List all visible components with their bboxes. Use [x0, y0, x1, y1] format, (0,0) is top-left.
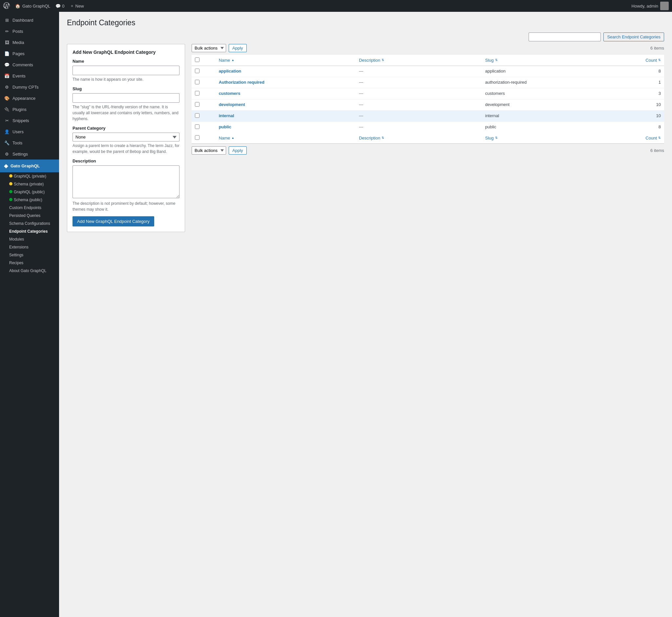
- category-name-link[interactable]: application: [219, 68, 241, 73]
- dot-yellow-icon: [9, 174, 12, 178]
- page-title: Endpoint Categories: [67, 18, 664, 27]
- select-all-checkbox-bottom[interactable]: [195, 135, 200, 140]
- sidebar-subitem-persisted-queries[interactable]: Persisted Queries: [0, 212, 59, 220]
- row-description-cell: —: [356, 122, 482, 133]
- bulk-actions-select[interactable]: Bulk actions: [192, 44, 226, 52]
- apply-button-bottom[interactable]: Apply: [229, 146, 247, 155]
- new-content-button[interactable]: ＋ New: [70, 3, 84, 9]
- row-count-cell: 3: [608, 88, 664, 99]
- row-checkbox[interactable]: [195, 125, 200, 129]
- sidebar-item-events[interactable]: 📅 Events: [0, 70, 59, 81]
- sidebar-item-dummy-cpts[interactable]: ⚙ Dummy CPTs: [0, 81, 59, 92]
- footer-sort-name-link[interactable]: Name ▲: [219, 136, 235, 141]
- row-name-cell: internal: [216, 111, 356, 122]
- count-value: 3: [659, 91, 661, 96]
- slug-value: development: [485, 102, 509, 107]
- sidebar-subitem-custom-endpoints[interactable]: Custom Endpoints: [0, 204, 59, 212]
- row-checkbox[interactable]: [195, 80, 200, 84]
- apply-button-top[interactable]: Apply: [229, 44, 247, 52]
- add-new-panel: Add New GraphQL Endpoint Category Name T…: [67, 44, 185, 232]
- sort-count-arrows: ⇅: [658, 59, 661, 62]
- sidebar-subitem-graphiql-private[interactable]: GraphiQL (private): [0, 172, 59, 180]
- footer-sort-description-link[interactable]: Description ⇅: [359, 136, 384, 141]
- sort-name-link[interactable]: Name ▲: [219, 58, 235, 63]
- site-name[interactable]: 🏠 Gato GraphQL: [15, 4, 50, 9]
- sidebar-subitem-graphiql-public[interactable]: GraphiQL (public): [0, 188, 59, 196]
- sidebar-item-dashboard[interactable]: ⊞ Dashboard: [0, 14, 59, 26]
- row-slug-cell: public: [482, 122, 608, 133]
- category-name-link[interactable]: internal: [219, 113, 234, 118]
- items-count-bottom: 6 items: [650, 148, 664, 153]
- sidebar-item-tools[interactable]: 🔧 Tools: [0, 137, 59, 148]
- comments-link[interactable]: 💬 0: [55, 4, 64, 9]
- search-input[interactable]: [528, 32, 601, 41]
- footer-sort-slug-link[interactable]: Slug ⇅: [485, 136, 498, 141]
- table-header-row: Name ▲ Description ⇅: [192, 55, 664, 66]
- row-checkbox[interactable]: [195, 113, 200, 118]
- sidebar-item-pages[interactable]: 📄 Pages: [0, 48, 59, 59]
- sidebar-subitem-schema-public[interactable]: Schema (public): [0, 196, 59, 204]
- name-input[interactable]: [72, 66, 180, 75]
- search-button[interactable]: Search Endpoint Categories: [604, 32, 664, 41]
- footer-slug: Slug ⇅: [482, 133, 608, 144]
- table-row: Authorization required — authorization-r…: [192, 77, 664, 88]
- add-new-submit-button[interactable]: Add New GraphQL Endpoint Category: [72, 216, 154, 226]
- sidebar-subitem-recipes[interactable]: Recipes: [0, 259, 59, 267]
- sidebar-item-appearance[interactable]: 🎨 Appearance: [0, 92, 59, 104]
- table-row: development — development 10: [192, 99, 664, 111]
- sort-count-link[interactable]: Count ⇅: [645, 58, 661, 63]
- row-checkbox[interactable]: [195, 102, 200, 107]
- header-checkbox-cell: [192, 55, 216, 66]
- sidebar-item-plugins[interactable]: 🔌 Plugins: [0, 104, 59, 115]
- bottom-bulk-left: Bulk actions Apply: [192, 146, 247, 155]
- sidebar-subitem-schema-private[interactable]: Schema (private): [0, 180, 59, 188]
- topbar: 🏠 Gato GraphQL 💬 0 ＋ New Howdy, admin: [0, 0, 672, 12]
- dot-green-2-icon: [9, 198, 12, 201]
- footer-sort-count-link[interactable]: Count ⇅: [645, 136, 661, 141]
- bulk-actions-select-bottom[interactable]: Bulk actions: [192, 146, 226, 155]
- slug-input[interactable]: [72, 93, 180, 103]
- main-content: Endpoint Categories Search Endpoint Cate…: [59, 12, 672, 617]
- avatar: [660, 2, 669, 10]
- category-name-link[interactable]: Authorization required: [219, 80, 264, 85]
- slug-value: authorization-required: [485, 80, 527, 85]
- description-textarea[interactable]: [72, 165, 180, 198]
- sidebar-subitem-settings-gato[interactable]: Settings: [0, 251, 59, 259]
- slug-help: The "slug" is the URL-friendly version o…: [72, 104, 180, 122]
- sidebar-subitem-endpoint-categories[interactable]: Endpoint Categories: [0, 227, 59, 235]
- row-description-cell: —: [356, 99, 482, 111]
- snippets-icon: ✂: [4, 118, 10, 124]
- add-new-title: Add New GraphQL Endpoint Category: [72, 49, 180, 55]
- select-all-checkbox-top[interactable]: [195, 57, 200, 62]
- sidebar-item-media[interactable]: 🖼 Media: [0, 37, 59, 48]
- sort-description-link[interactable]: Description ⇅: [359, 58, 384, 63]
- sidebar-item-posts[interactable]: ✏ Posts: [0, 26, 59, 37]
- header-count: Count ⇅: [608, 55, 664, 66]
- sidebar-item-snippets[interactable]: ✂ Snippets: [0, 115, 59, 126]
- sidebar-subitem-extensions[interactable]: Extensions: [0, 243, 59, 251]
- sidebar-item-users[interactable]: 👤 Users: [0, 126, 59, 137]
- slug-field: Slug The "slug" is the URL-friendly vers…: [72, 86, 180, 122]
- gato-graphql-title[interactable]: ◈ Gato GraphQL: [0, 160, 59, 172]
- category-name-link[interactable]: public: [219, 125, 231, 129]
- category-name-link[interactable]: development: [219, 102, 245, 107]
- parent-category-label: Parent Category: [72, 126, 180, 131]
- row-checkbox[interactable]: [195, 91, 200, 95]
- table-row: customers — customers 3: [192, 88, 664, 99]
- sidebar-subitem-modules[interactable]: Modules: [0, 235, 59, 243]
- row-count-cell: 1: [608, 77, 664, 88]
- appearance-icon: 🎨: [4, 95, 10, 101]
- comments-icon: 💬: [4, 62, 10, 67]
- row-name-cell: development: [216, 99, 356, 111]
- sidebar-subitem-schema-configurations[interactable]: Schema Configurations: [0, 220, 59, 227]
- tools-icon: 🔧: [4, 140, 10, 146]
- sidebar-item-settings[interactable]: ⚙ Settings: [0, 148, 59, 160]
- row-checkbox[interactable]: [195, 68, 200, 73]
- sort-slug-link[interactable]: Slug ⇅: [485, 58, 498, 63]
- table-row: internal — internal 10: [192, 111, 664, 122]
- sidebar-subitem-about[interactable]: About Gato GraphQL: [0, 267, 59, 275]
- description-value: —: [359, 125, 363, 129]
- category-name-link[interactable]: customers: [219, 91, 240, 96]
- sidebar-item-comments[interactable]: 💬 Comments: [0, 59, 59, 70]
- parent-category-select[interactable]: None: [72, 133, 180, 142]
